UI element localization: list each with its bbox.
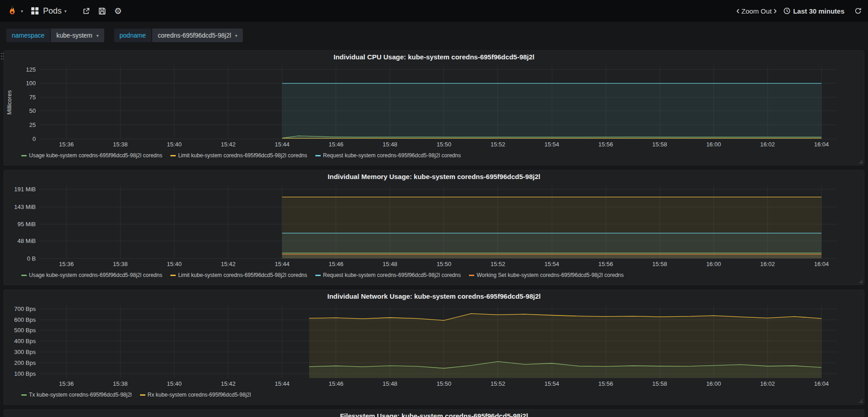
legend: Tx kube-system coredns-695f96dcd5-98j2lR…: [4, 389, 864, 401]
time-shift-back-button[interactable]: ‹: [734, 6, 741, 16]
svg-text:500 Bps: 500 Bps: [14, 327, 36, 334]
legend-swatch-icon: [315, 275, 321, 276]
variable-label-podname: podname: [114, 29, 151, 42]
variable-select-namespace[interactable]: kube-system ▾: [51, 29, 104, 42]
panel-title[interactable]: Filesystem Usage: kube-system coredns-69…: [4, 410, 864, 417]
svg-text:15:46: 15:46: [329, 141, 344, 148]
time-range-picker-button[interactable]: Last 30 minutes: [779, 7, 849, 15]
legend-item[interactable]: Request kube-system coredns-695f96dcd5-9…: [315, 272, 461, 278]
svg-text:48 MiB: 48 MiB: [18, 238, 36, 244]
legend-swatch-icon: [170, 275, 176, 276]
legend-item[interactable]: Request kube-system coredns-695f96dcd5-9…: [315, 152, 461, 159]
panel-title[interactable]: Individual Memory Usage: kube-system cor…: [4, 170, 864, 183]
svg-text:15:36: 15:36: [59, 380, 74, 387]
svg-text:15:52: 15:52: [491, 380, 506, 387]
cpu-chart-area[interactable]: 15:3615:3815:4015:4215:4415:4615:4815:50…: [4, 63, 864, 150]
time-range-label: Last 30 minutes: [793, 7, 844, 15]
legend-item[interactable]: Usage kube-system coredns-695f96dcd5-98j…: [21, 152, 162, 159]
svg-text:15:42: 15:42: [221, 261, 236, 267]
legend-item[interactable]: Limit kube-system coredns-695f96dcd5-98j…: [170, 152, 307, 159]
legend-swatch-icon: [315, 155, 321, 156]
grafana-logo-button[interactable]: ▾: [6, 5, 23, 17]
dashboard: Individual CPU Usage: kube-system coredn…: [4, 50, 864, 417]
svg-text:15:38: 15:38: [113, 261, 128, 267]
memory-chart-area[interactable]: 15:3615:3815:4015:4215:4415:4615:4815:50…: [4, 183, 864, 269]
svg-text:15:40: 15:40: [167, 261, 182, 267]
legend-label: Limit kube-system coredns-695f96dcd5-98j…: [178, 152, 307, 159]
svg-text:15:56: 15:56: [598, 380, 613, 387]
svg-text:16:00: 16:00: [706, 380, 721, 387]
svg-text:15:46: 15:46: [329, 261, 344, 267]
dashboard-picker-button[interactable]: Pods ▾: [31, 6, 67, 16]
svg-text:15:52: 15:52: [491, 141, 506, 148]
svg-text:200 Bps: 200 Bps: [14, 359, 36, 366]
caret-down-icon: ▾: [96, 33, 99, 38]
svg-text:15:40: 15:40: [167, 380, 182, 387]
svg-text:600 Bps: 600 Bps: [14, 316, 36, 323]
svg-text:15:42: 15:42: [221, 380, 236, 387]
save-icon: [98, 7, 106, 15]
svg-text:15:48: 15:48: [383, 141, 398, 148]
panel-filesystem-usage: Filesystem Usage: kube-system coredns-69…: [4, 409, 864, 417]
svg-text:15:58: 15:58: [652, 380, 667, 387]
svg-text:15:50: 15:50: [437, 380, 452, 387]
share-button[interactable]: [78, 5, 94, 18]
svg-text:15:36: 15:36: [59, 141, 74, 148]
dashboard-grid-icon: [31, 7, 39, 15]
panel-title[interactable]: Individual CPU Usage: kube-system coredn…: [4, 51, 864, 63]
time-shift-forward-button[interactable]: ›: [772, 6, 778, 16]
svg-text:16:02: 16:02: [760, 261, 775, 267]
svg-text:15:48: 15:48: [383, 261, 398, 267]
legend-item[interactable]: Usage kube-system coredns-695f96dcd5-98j…: [21, 272, 162, 278]
variable-podname: podname coredns-695f96dcd5-98j2l ▾: [114, 29, 243, 42]
legend-label: Limit kube-system coredns-695f96dcd5-98j…: [178, 272, 307, 278]
chevron-left-icon: ‹: [734, 6, 741, 16]
refresh-icon: [854, 7, 862, 15]
legend-item[interactable]: Tx kube-system coredns-695f96dcd5-98j2l: [21, 392, 132, 398]
settings-button[interactable]: ⚙: [110, 4, 126, 18]
svg-text:75: 75: [29, 94, 36, 101]
legend-item[interactable]: Limit kube-system coredns-695f96dcd5-98j…: [170, 272, 307, 278]
svg-text:0: 0: [33, 136, 36, 142]
refresh-button[interactable]: [854, 7, 862, 15]
svg-text:15:38: 15:38: [113, 380, 128, 387]
svg-text:15:58: 15:58: [652, 261, 667, 267]
grafana-flame-icon: [6, 5, 18, 17]
panel-network-usage: Individual Network Usage: kube-system co…: [4, 290, 864, 405]
svg-text:15:48: 15:48: [383, 380, 398, 387]
svg-text:100 Bps: 100 Bps: [14, 370, 36, 377]
legend-label: Rx kube-system coredns-695f96dcd5-98j2l: [148, 392, 251, 398]
svg-text:15:44: 15:44: [275, 141, 289, 148]
caret-down-icon: ▾: [64, 9, 67, 14]
navbar: ▾ Pods ▾ ⚙ ‹ Zoom Out ›: [0, 0, 868, 22]
network-chart-area[interactable]: 15:3615:3815:4015:4215:4415:4615:4815:50…: [4, 303, 864, 389]
legend-item[interactable]: Rx kube-system coredns-695f96dcd5-98j2l: [140, 392, 251, 398]
svg-text:700 Bps: 700 Bps: [14, 305, 36, 312]
panel-cpu-usage: Individual CPU Usage: kube-system coredn…: [4, 50, 864, 165]
save-button[interactable]: [94, 5, 110, 18]
legend: Usage kube-system coredns-695f96dcd5-98j…: [4, 150, 864, 161]
variable-select-podname[interactable]: coredns-695f96dcd5-98j2l ▾: [152, 29, 243, 42]
legend-label: Request kube-system coredns-695f96dcd5-9…: [323, 152, 461, 159]
legend-swatch-icon: [170, 155, 176, 156]
variable-value: coredns-695f96dcd5-98j2l: [158, 32, 231, 39]
svg-text:15:38: 15:38: [113, 141, 128, 148]
svg-text:15:54: 15:54: [545, 141, 559, 148]
svg-text:191 MiB: 191 MiB: [14, 186, 36, 193]
svg-text:300 Bps: 300 Bps: [14, 349, 36, 355]
svg-text:15:42: 15:42: [221, 141, 236, 148]
zoom-out-button[interactable]: Zoom Out: [742, 7, 772, 15]
svg-text:15:50: 15:50: [437, 141, 452, 148]
variable-namespace: namespace kube-system ▾: [6, 29, 104, 42]
svg-text:16:02: 16:02: [760, 141, 775, 148]
svg-text:15:50: 15:50: [437, 261, 452, 267]
clock-icon: [783, 7, 791, 15]
variables-row: namespace kube-system ▾ podname coredns-…: [0, 22, 868, 50]
caret-down-icon: ▾: [235, 33, 237, 38]
legend-item[interactable]: Working Set kube-system coredns-695f96dc…: [469, 272, 624, 278]
svg-text:15:56: 15:56: [598, 141, 613, 148]
legend-swatch-icon: [469, 275, 474, 276]
panel-title[interactable]: Individual Network Usage: kube-system co…: [4, 290, 864, 303]
variable-label-namespace: namespace: [6, 29, 50, 42]
svg-text:15:40: 15:40: [167, 141, 182, 148]
